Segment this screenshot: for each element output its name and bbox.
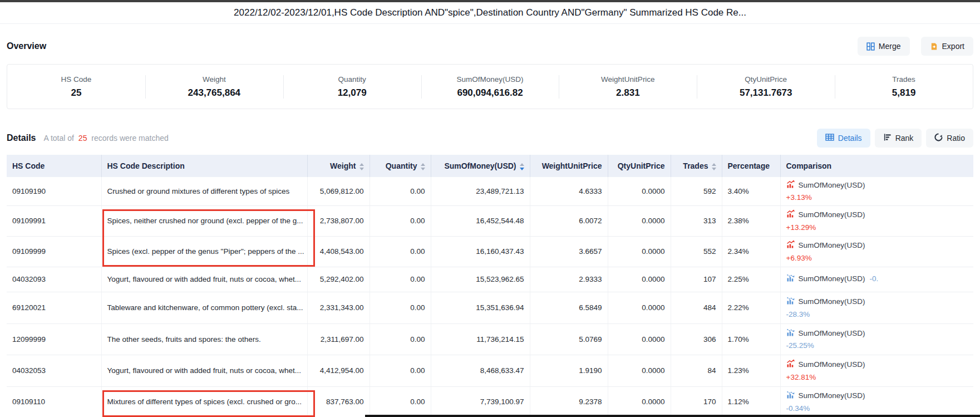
table-row: 69120021Tableware and kitchenware, of co… [7, 292, 973, 323]
trend-up-chart-icon [786, 209, 795, 220]
sort-carets-icon[interactable] [421, 163, 425, 170]
quantity-cell: 0.00 [370, 386, 431, 417]
weight-unit-price-cell: 5.0769 [530, 323, 608, 355]
trend-down-chart-icon [786, 328, 795, 339]
trend-up-chart-icon [786, 359, 795, 370]
view-button-rank[interactable]: Rank [875, 129, 922, 148]
table-row: 09109110Mixtures of different types of s… [7, 386, 973, 417]
sort-carets-icon[interactable] [712, 163, 716, 170]
comparison-change: +6.93% [786, 254, 968, 263]
column-header-label: WeightUnitPrice [542, 161, 602, 170]
sort-carets-icon[interactable] [520, 163, 524, 170]
hs-code-cell: 12099999 [7, 323, 101, 355]
column-header-label: SumOfMoney(USD) [444, 161, 516, 170]
weight-unit-price-cell: 9.2378 [530, 386, 608, 417]
hs-code-description-cell: Spices (excl. pepper of the genus "Piper… [101, 236, 307, 267]
comparison-cell: SumOfMoney(USD)+6.93% [780, 236, 973, 267]
comparison-metric: SumOfMoney(USD) [799, 210, 865, 219]
column-header-sumofmoney-usd-[interactable]: SumOfMoney(USD) [431, 155, 530, 177]
export-button[interactable]: Export [921, 37, 973, 56]
comparison-cell: SumOfMoney(USD)+3.13% [780, 177, 973, 205]
overview-heading: Overview [7, 41, 46, 51]
comparison-cell: SumOfMoney(USD)+32.81% [780, 355, 973, 386]
sum-of-money-cell: 16,452,544.48 [431, 205, 530, 236]
hs-code-cell: 69120021 [7, 292, 101, 323]
weight-unit-price-cell: 6.0072 [530, 205, 608, 236]
sum-of-money-cell: 16,160,437.43 [431, 236, 530, 267]
view-button-label: Rank [895, 134, 914, 143]
merge-button[interactable]: Merge [858, 37, 910, 56]
view-button-details[interactable]: Details [817, 129, 870, 148]
comparison-change: -0. [870, 274, 879, 283]
column-header-weightunitprice: WeightUnitPrice [530, 155, 608, 177]
comparison-change: +13.29% [786, 223, 968, 232]
table-header-row: HS CodeHS Code DescriptionWeightQuantity… [7, 155, 973, 177]
comparison-metric: SumOfMoney(USD) [799, 241, 865, 250]
comparison-change: +32.81% [786, 373, 968, 382]
weight-cell: 2,311,697.00 [307, 323, 370, 355]
page-title: 2022/12/02-2023/12/01,HS Code Descriptio… [234, 7, 746, 18]
comparison-change: -25.25% [786, 341, 968, 350]
sum-of-money-cell: 7,739,100.97 [431, 386, 530, 417]
comparison-metric: SumOfMoney(USD) [799, 274, 865, 283]
screen-bottom-edge [365, 415, 980, 417]
trades-cell: 313 [671, 205, 722, 236]
quantity-cell: 0.00 [370, 292, 431, 323]
quantity-cell: 0.00 [370, 177, 431, 205]
sort-carets-icon[interactable] [360, 163, 364, 170]
sum-of-money-cell: 15,523,962.65 [431, 267, 530, 292]
column-header-comparison: Comparison [780, 155, 973, 177]
stat-value: 57,131.7673 [697, 87, 835, 99]
comparison-cell: SumOfMoney(USD)-0. [780, 267, 973, 292]
stat-label: Trades [835, 75, 973, 84]
column-header-hs-code-description: HS Code Description [101, 155, 307, 177]
qty-unit-price-cell: 0.0000 [608, 323, 671, 355]
quantity-cell: 0.00 [370, 267, 431, 292]
summary-count: 25 [78, 134, 87, 143]
summary-suffix: records were matched [91, 134, 169, 143]
records-matched-summary: A total of 25 records were matched [43, 134, 168, 143]
stat-weight-unit-price: WeightUnitPrice 2.831 [559, 75, 697, 99]
column-header-hs-code: HS Code [7, 155, 101, 177]
qty-unit-price-cell: 0.0000 [608, 236, 671, 267]
percentage-cell: 2.38% [722, 205, 780, 236]
hs-code-cell: 09109991 [7, 205, 101, 236]
stat-qty-unit-price: QtyUnitPrice 57,131.7673 [697, 75, 835, 99]
trades-cell: 170 [671, 386, 722, 417]
trend-down-chart-icon [786, 273, 795, 284]
column-header-quantity[interactable]: Quantity [370, 155, 431, 177]
table-row: 09109991Spices, neither crushed nor grou… [7, 205, 973, 236]
weight-cell: 4,408,543.00 [307, 236, 370, 267]
weight-cell: 2,331,343.00 [307, 292, 370, 323]
export-file-icon [930, 42, 938, 51]
hs-code-description-cell: Spices, neither crushed nor ground (excl… [101, 205, 307, 236]
view-button-ratio[interactable]: Ratio [926, 129, 973, 148]
percentage-cell: 2.34% [722, 236, 780, 267]
trades-cell: 552 [671, 236, 722, 267]
trend-down-chart-icon [786, 390, 795, 401]
table-body: 09109190Crushed or ground mixtures of di… [7, 177, 973, 417]
stat-hs-code: HS Code 25 [7, 75, 145, 99]
column-header-label: QtyUnitPrice [618, 161, 665, 170]
column-header-label: HS Code Description [107, 161, 185, 170]
stat-value: 5,819 [835, 87, 973, 99]
hs-code-cell: 04032093 [7, 267, 101, 292]
comparison-cell: SumOfMoney(USD)+13.29% [780, 205, 973, 236]
details-table: HS CodeHS Code DescriptionWeightQuantity… [7, 155, 973, 417]
toolbar: Merge Export [858, 37, 973, 56]
column-header-weight[interactable]: Weight [307, 155, 370, 177]
stat-sum-of-money: SumOfMoney(USD) 690,094,616.82 [421, 75, 559, 99]
stat-trades: Trades 5,819 [835, 75, 973, 99]
stat-label: Weight [145, 75, 283, 84]
table-row: 04032093Yogurt, flavoured or with added … [7, 267, 973, 292]
hs-code-description-cell: Crushed or ground mixtures of different … [101, 177, 307, 205]
table-row: 04032053Yogurt, flavoured or with added … [7, 355, 973, 386]
comparison-metric: SumOfMoney(USD) [799, 329, 865, 338]
column-header-trades[interactable]: Trades [671, 155, 722, 177]
stat-label: QtyUnitPrice [697, 75, 835, 84]
stat-value: 690,094,616.82 [421, 87, 559, 99]
quantity-cell: 0.00 [370, 355, 431, 386]
stat-weight: Weight 243,765,864 [145, 75, 283, 99]
stat-value: 25 [7, 87, 145, 99]
trades-cell: 306 [671, 323, 722, 355]
